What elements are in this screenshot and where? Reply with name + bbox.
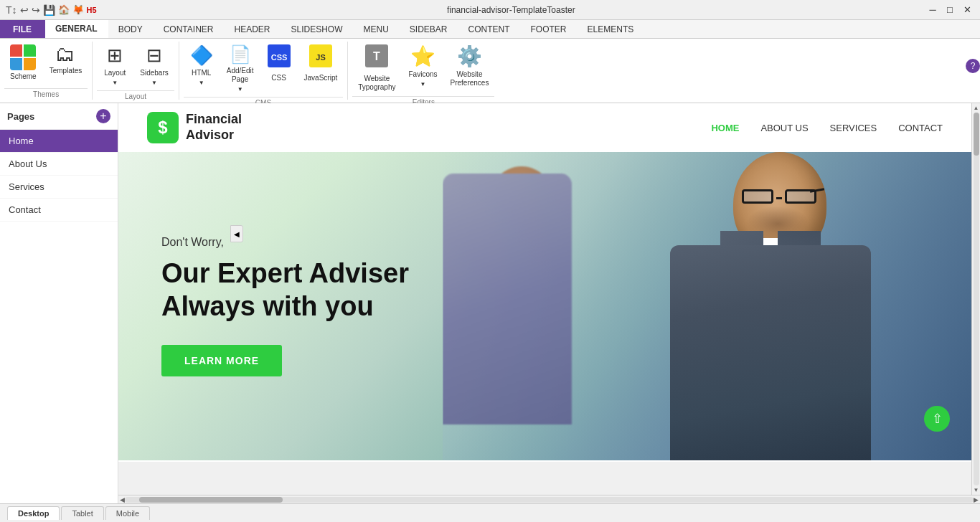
h-scroll-track[interactable] — [125, 497, 974, 503]
layout-group: ⊞ Layout ▼ ⊟ Sidebars ▼ Layout — [93, 42, 179, 100]
editors-group: T Website Typography ⭐ Favicons ▼ ⚙️ Web… — [348, 42, 499, 100]
undo-btn[interactable]: ↩ — [20, 4, 29, 16]
sidebars-icon: ⊟ — [146, 44, 162, 67]
tab-general[interactable]: GENERAL — [45, 20, 108, 38]
hero-subtitle: Don't Worry, — [161, 236, 409, 249]
editors-items: T Website Typography ⭐ Favicons ▼ ⚙️ Web… — [352, 42, 494, 95]
favicons-icon: ⭐ — [410, 44, 435, 68]
hero-content: Don't Worry, Our Expert AdviserAlways wi… — [118, 236, 409, 376]
save-btn[interactable]: 💾 — [43, 4, 55, 16]
sidebar-title: Pages — [7, 111, 34, 122]
templates-button[interactable]: 🗂 Templates — [44, 42, 88, 78]
view-tab-mobile[interactable]: Mobile — [105, 506, 150, 520]
sidebar-item-contact[interactable]: Contact — [0, 199, 118, 222]
view-tab-desktop[interactable]: Desktop — [7, 506, 60, 520]
scroll-thumb[interactable] — [974, 113, 979, 156]
nav-item-about[interactable]: ABOUT US — [760, 123, 808, 133]
scroll-right-arrow[interactable]: ▶ — [974, 496, 979, 503]
typography-button[interactable]: T Website Typography — [352, 42, 401, 95]
nav-item-contact[interactable]: CONTACT — [898, 123, 943, 133]
close-btn[interactable]: ✕ — [960, 3, 974, 17]
scroll-down-arrow[interactable]: ▼ — [974, 487, 979, 493]
sidebar-item-services[interactable]: Services — [0, 176, 118, 199]
scroll-left-arrow[interactable]: ◀ — [120, 496, 125, 503]
scroll-to-top-button[interactable]: ⇧ — [924, 406, 950, 432]
tab-container[interactable]: CONTAINER — [154, 20, 225, 38]
scheme-q2 — [24, 44, 36, 57]
collapse-sidebar-button[interactable]: ◀ — [230, 225, 243, 242]
pages-sidebar: Pages + Home About Us Services Contact — [0, 103, 118, 503]
window-title: financial-advisor-TemplateToaster — [97, 5, 925, 15]
preferences-label: Website Preferences — [451, 70, 489, 87]
typography-label: Website Typography — [358, 75, 395, 92]
scroll-up-arrow[interactable]: ▲ — [974, 105, 979, 111]
learn-more-button[interactable]: LEARN MORE — [161, 345, 282, 376]
window-controls: ─ □ ✕ — [925, 3, 974, 17]
tab-menu[interactable]: MENU — [354, 20, 400, 38]
sidebar-item-home[interactable]: Home — [0, 130, 118, 153]
ribbon-tabs: FILE GENERAL BODY CONTAINER HEADER SLIDE… — [0, 20, 980, 39]
layout-group-label: Layout — [97, 90, 174, 102]
website-preview: $ FinancialAdvisor HOME ABOUT US SERVICE… — [118, 103, 971, 462]
svg-text:T: T — [373, 50, 380, 62]
preferences-button[interactable]: ⚙️ Website Preferences — [445, 42, 495, 90]
html-label: HTML — [192, 69, 211, 77]
sidebar-item-about[interactable]: About Us — [0, 153, 118, 176]
title-bar-icons: T↕ ↩ ↪ 💾 🏠 🦊 H5 — [6, 4, 97, 16]
view-tab-tablet[interactable]: Tablet — [61, 506, 103, 520]
tab-footer[interactable]: FOOTER — [521, 20, 578, 38]
tab-file[interactable]: FILE — [0, 20, 45, 38]
typography-icon: T — [365, 44, 388, 72]
add-page-button[interactable]: + — [96, 109, 110, 123]
maximize-btn[interactable]: □ — [943, 3, 957, 17]
scroll-track[interactable] — [974, 113, 979, 485]
themes-items: Scheme 🗂 Templates — [4, 42, 88, 87]
tab-body[interactable]: BODY — [108, 20, 154, 38]
svg-text:JS: JS — [316, 53, 325, 62]
add-edit-icon: 📄 — [230, 44, 251, 65]
add-edit-arrow: ▼ — [237, 86, 243, 92]
bottom-bar: Desktop Tablet Mobile — [0, 503, 980, 522]
tab-header[interactable]: HEADER — [224, 20, 281, 38]
favicons-button[interactable]: ⭐ Favicons ▼ — [403, 42, 443, 90]
css-button[interactable]: CSS CSS — [261, 42, 297, 85]
scheme-icon — [10, 44, 36, 70]
sidebars-button[interactable]: ⊟ Sidebars ▼ — [134, 42, 174, 89]
tab-elements[interactable]: ELEMENTS — [578, 20, 645, 38]
html-button[interactable]: 🔷 HTML ▼ — [184, 42, 220, 89]
layout-button[interactable]: ⊞ Layout ▼ — [97, 42, 133, 89]
p2-body — [443, 174, 572, 424]
sidebars-label: Sidebars — [140, 69, 168, 77]
horizontal-scrollbar[interactable]: ◀ ▶ — [118, 495, 980, 503]
app-icon-tt: T↕ — [6, 4, 17, 16]
p1-lens-left — [742, 189, 773, 204]
tab-slideshow[interactable]: SLIDESHOW — [281, 20, 353, 38]
sidebar-header: Pages + — [0, 103, 118, 130]
site-header: $ FinancialAdvisor HOME ABOUT US SERVICE… — [118, 103, 971, 152]
nav-item-services[interactable]: SERVICES — [830, 123, 877, 133]
svg-text:CSS: CSS — [270, 53, 287, 62]
nav-item-home[interactable]: HOME — [711, 123, 739, 133]
home-btn[interactable]: 🏠 — [58, 4, 70, 15]
minimize-btn[interactable]: ─ — [925, 3, 940, 17]
hero-section: Don't Worry, Our Expert AdviserAlways wi… — [118, 152, 971, 460]
redo-btn[interactable]: ↪ — [32, 4, 40, 16]
site-logo: $ FinancialAdvisor — [147, 112, 242, 143]
title-bar: T↕ ↩ ↪ 💾 🏠 🦊 H5 financial-advisor-Templa… — [0, 0, 980, 20]
scheme-label: Scheme — [10, 72, 37, 81]
h-scroll-thumb[interactable] — [139, 497, 283, 503]
site-nav: HOME ABOUT US SERVICES CONTACT — [711, 123, 943, 133]
person1 — [641, 152, 900, 460]
logo-text: FinancialAdvisor — [186, 112, 242, 143]
tab-sidebar[interactable]: SIDEBAR — [400, 20, 458, 38]
add-edit-page-button[interactable]: 📄 Add/Edit Page ▼ — [221, 42, 260, 95]
canvas-scroll[interactable]: $ FinancialAdvisor HOME ABOUT US SERVICE… — [118, 103, 971, 495]
javascript-button[interactable]: JS JavaScript — [298, 42, 344, 85]
scheme-button[interactable]: Scheme — [4, 42, 42, 84]
p1-bridge — [776, 197, 782, 199]
tab-content[interactable]: CONTENT — [458, 20, 521, 38]
help-button[interactable]: ? — [966, 59, 980, 73]
vertical-scrollbar[interactable]: ▲ ▼ — [971, 103, 980, 495]
canvas-wrapper: $ FinancialAdvisor HOME ABOUT US SERVICE… — [118, 103, 980, 503]
p1-suit — [670, 245, 871, 460]
